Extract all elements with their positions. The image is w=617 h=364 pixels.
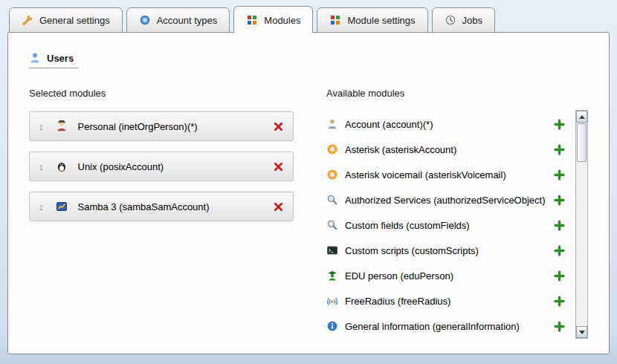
- available-module-row: Asterisk voicemail (asteriskVoicemail): [326, 162, 575, 187]
- available-module-row: FreeRadius (freeRadius): [326, 288, 575, 313]
- drag-handle-icon[interactable]: ↕: [39, 122, 44, 131]
- available-module-row: General information (generalInformation): [326, 313, 575, 339]
- add-module-button[interactable]: [554, 220, 565, 231]
- available-module-label: General information (generalInformation): [345, 321, 520, 332]
- scrollbar[interactable]: [575, 110, 588, 339]
- selected-modules-heading: Selected modules: [29, 88, 294, 99]
- tab-label: Modules: [264, 15, 300, 26]
- arrow-down-icon: [579, 331, 585, 334]
- available-module-label: Asterisk voicemail (asteriskVoicemail): [345, 169, 506, 181]
- available-modules-column: Available modules Account (account)(*): [326, 88, 588, 339]
- page-title: Users: [29, 52, 78, 68]
- magnifier-icon: [326, 194, 338, 206]
- available-module-row: Custom fields (customFields): [326, 212, 575, 238]
- radius-icon: [326, 295, 338, 307]
- selected-modules-column: Selected modules ↕ Personal (inetOrgPers…: [29, 88, 294, 339]
- available-module-row: Authorized Services (authorizedServiceOb…: [326, 187, 575, 212]
- available-module-row: Asterisk (asteriskAccount): [326, 137, 575, 162]
- selected-module-label: Personal (inetOrgPerson)(*): [78, 121, 198, 132]
- add-module-button[interactable]: [554, 321, 565, 332]
- available-module-row: Account (account)(*): [326, 111, 575, 137]
- available-module-label: Custom scripts (customScripts): [345, 245, 479, 256]
- drag-handle-icon[interactable]: ↕: [39, 202, 44, 212]
- scrollbar-thumb[interactable]: [577, 123, 587, 162]
- content-panel: Users Selected modules ↕ Personal (inetO…: [7, 32, 610, 354]
- scroll-down-button[interactable]: [576, 326, 587, 338]
- samba-icon: [56, 201, 68, 212]
- modules-grid-icon: [246, 14, 258, 26]
- tab-general-settings[interactable]: General settings: [9, 7, 123, 33]
- badge-icon: [139, 14, 151, 26]
- wrench-icon: [22, 14, 33, 26]
- add-module-button[interactable]: [554, 270, 565, 282]
- clock-icon: [445, 14, 456, 26]
- selected-module-label: Unix (posixAccount): [78, 161, 164, 172]
- available-module-label: Account (account)(*): [345, 119, 433, 130]
- add-module-button[interactable]: [554, 296, 565, 307]
- remove-module-button[interactable]: [273, 161, 284, 172]
- add-module-button[interactable]: [554, 119, 565, 130]
- magnifier-icon: [326, 219, 338, 231]
- asterisk-icon: [326, 143, 338, 155]
- selected-module-row[interactable]: ↕ Personal (inetOrgPerson)(*): [29, 111, 294, 141]
- selected-module-row[interactable]: ↕ Samba 3 (sambaSamAccount): [29, 192, 294, 221]
- tab-module-settings[interactable]: Module settings: [317, 7, 427, 33]
- available-module-label: Custom fields (customFields): [345, 220, 470, 231]
- scrollbar-track[interactable]: [576, 163, 587, 326]
- available-modules-heading: Available modules: [326, 88, 575, 99]
- asterisk-icon: [326, 169, 338, 181]
- terminal-icon: [326, 244, 338, 256]
- tab-bar: General settings Account types Modules: [0, 0, 617, 32]
- user-icon: [29, 52, 41, 64]
- available-module-row: Custom scripts (customScripts): [326, 238, 575, 263]
- modules-grid-icon: [329, 14, 341, 26]
- available-module-label: EDU person (eduPerson): [345, 270, 453, 282]
- selected-module-label: Samba 3 (sambaSamAccount): [78, 201, 210, 212]
- add-module-button[interactable]: [554, 195, 565, 206]
- person-icon: [56, 120, 68, 132]
- available-module-row: EDU person (eduPerson): [326, 263, 575, 288]
- edu-person-icon: [326, 270, 338, 282]
- add-module-button[interactable]: [554, 245, 565, 256]
- add-module-button[interactable]: [554, 144, 565, 155]
- arrow-up-icon: [579, 115, 585, 119]
- page-title-label: Users: [47, 53, 74, 64]
- tab-label: Module settings: [347, 15, 415, 26]
- tab-jobs[interactable]: Jobs: [432, 7, 495, 33]
- drag-handle-icon[interactable]: ↕: [39, 162, 44, 172]
- tab-label: General settings: [39, 15, 110, 26]
- tab-label: Account types: [157, 15, 218, 26]
- tab-modules[interactable]: Modules: [233, 6, 313, 33]
- available-module-label: Asterisk (asteriskAccount): [345, 144, 456, 155]
- remove-module-button[interactable]: [273, 121, 284, 132]
- remove-module-button[interactable]: [273, 201, 284, 212]
- tab-label: Jobs: [462, 15, 482, 26]
- selected-module-row[interactable]: ↕ Unix (posixAccount): [29, 152, 294, 181]
- available-module-label: Authorized Services (authorizedServiceOb…: [345, 195, 546, 206]
- tab-account-types[interactable]: Account types: [126, 7, 230, 33]
- penguin-icon: [56, 160, 68, 172]
- account-icon: [326, 118, 338, 130]
- available-module-label: FreeRadius (freeRadius): [345, 296, 450, 307]
- scroll-up-button[interactable]: [576, 111, 587, 123]
- add-module-button[interactable]: [554, 169, 565, 181]
- info-icon: [326, 320, 338, 332]
